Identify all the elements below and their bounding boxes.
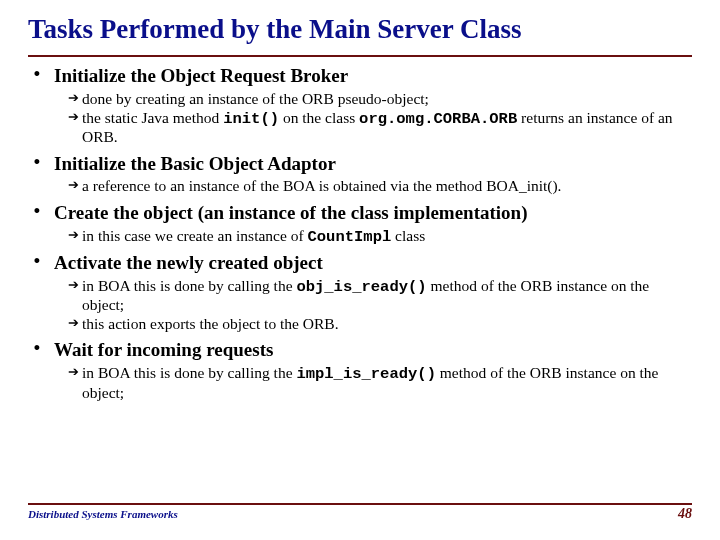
sub-list: ➔in BOA this is done by calling the impl… <box>68 364 692 402</box>
slide: Tasks Performed by the Main Server Class… <box>0 0 720 540</box>
bullet-icon: • <box>30 65 44 83</box>
list-item: •Initialize the Basic Object Adaptor <box>30 153 692 176</box>
sub-bullet-icon: ➔ <box>68 90 82 107</box>
sub-bullet-icon: ➔ <box>68 227 82 244</box>
bullet-icon: • <box>30 252 44 270</box>
sub-bullet-icon: ➔ <box>68 277 82 294</box>
list-item-heading: Initialize the Object Request Broker <box>54 65 348 88</box>
sub-bullet-icon: ➔ <box>68 315 82 332</box>
list-item-heading: Initialize the Basic Object Adaptor <box>54 153 336 176</box>
sub-list-text: in BOA this is done by calling the obj_i… <box>82 277 692 315</box>
footer-row: Distributed Systems Frameworks 48 <box>28 506 692 522</box>
sub-bullet-icon: ➔ <box>68 109 82 126</box>
content-area: •Initialize the Object Request Broker➔do… <box>28 65 692 402</box>
sub-list: ➔a reference to an instance of the BOA i… <box>68 177 692 195</box>
footer-left: Distributed Systems Frameworks <box>28 508 178 520</box>
sub-list-text: the static Java method init() on the cla… <box>82 109 692 147</box>
list-item: •Wait for incoming requests <box>30 339 692 362</box>
sub-list-item: ➔a reference to an instance of the BOA i… <box>68 177 692 195</box>
footer-divider <box>28 503 692 505</box>
sub-list: ➔done by creating an instance of the ORB… <box>68 90 692 147</box>
list-item: •Create the object (an instance of the c… <box>30 202 692 225</box>
sub-list-item: ➔in BOA this is done by calling the impl… <box>68 364 692 402</box>
list-item-heading: Activate the newly created object <box>54 252 323 275</box>
bullet-icon: • <box>30 339 44 357</box>
sub-list-text: in BOA this is done by calling the impl_… <box>82 364 692 402</box>
sub-list: ➔in this case we create an instance of C… <box>68 227 692 246</box>
list-item: •Activate the newly created object <box>30 252 692 275</box>
bullet-icon: • <box>30 153 44 171</box>
title-divider <box>28 55 692 57</box>
sub-list-item: ➔this action exports the object to the O… <box>68 315 692 333</box>
sub-list-text: a reference to an instance of the BOA is… <box>82 177 562 195</box>
list-item: •Initialize the Object Request Broker <box>30 65 692 88</box>
sub-list: ➔in BOA this is done by calling the obj_… <box>68 277 692 334</box>
sub-list-item: ➔in BOA this is done by calling the obj_… <box>68 277 692 315</box>
sub-list-item: ➔done by creating an instance of the ORB… <box>68 90 692 108</box>
sub-bullet-icon: ➔ <box>68 177 82 194</box>
sub-list-item: ➔the static Java method init() on the cl… <box>68 109 692 147</box>
bullet-icon: • <box>30 202 44 220</box>
list-item-heading: Create the object (an instance of the cl… <box>54 202 528 225</box>
sub-list-text: this action exports the object to the OR… <box>82 315 339 333</box>
footer: Distributed Systems Frameworks 48 <box>28 503 692 522</box>
sub-list-text: done by creating an instance of the ORB … <box>82 90 429 108</box>
sub-list-text: in this case we create an instance of Co… <box>82 227 425 246</box>
list-item-heading: Wait for incoming requests <box>54 339 273 362</box>
slide-title: Tasks Performed by the Main Server Class <box>28 14 692 45</box>
sub-list-item: ➔in this case we create an instance of C… <box>68 227 692 246</box>
page-number: 48 <box>678 506 692 522</box>
sub-bullet-icon: ➔ <box>68 364 82 381</box>
